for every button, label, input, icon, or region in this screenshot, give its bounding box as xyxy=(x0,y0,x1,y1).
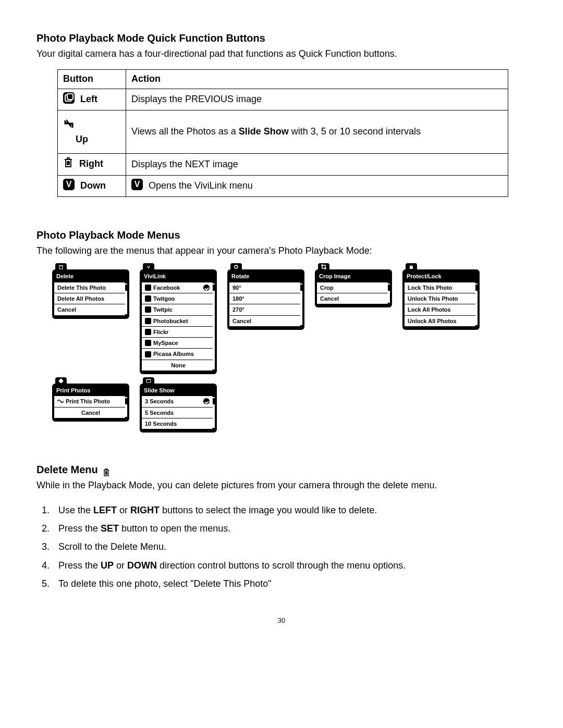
svg-text:V: V xyxy=(147,265,150,269)
step-4: Press the UP or DOWN direction control b… xyxy=(52,560,527,572)
list-item: Lock This Photo xyxy=(405,282,478,293)
menu-card-rotate: Rotate 90° 180° 270° Cancel xyxy=(227,269,304,329)
step-5: To delete this one photo, select "Delete… xyxy=(52,578,527,590)
svg-rect-16 xyxy=(146,379,151,380)
page-number: 30 xyxy=(36,616,527,625)
list-item: 180° xyxy=(229,293,302,304)
menu-card-protect: Protect/Lock Lock This Photo Unlock This… xyxy=(402,269,480,329)
button-cell-up: Up xyxy=(58,110,126,154)
list-item: Crop xyxy=(317,282,390,293)
trash-icon-small xyxy=(103,466,110,475)
section-intro-delete: While in the Playback Mode, you can dele… xyxy=(36,479,527,491)
list-item: Photobucket xyxy=(142,316,215,326)
list-item: Unlock This Photo xyxy=(405,293,478,304)
menu-card-delete: Delete Delete This Photo Delete All Phot… xyxy=(52,269,129,318)
menu-title-protect: Protect/Lock xyxy=(405,272,478,282)
delete-steps-list: Use the LEFT or RIGHT buttons to select … xyxy=(36,504,527,590)
button-right-label: Right xyxy=(79,158,103,169)
list-item: 3 Seconds xyxy=(142,396,215,406)
section-heading-menus: Photo Playback Mode Menus xyxy=(36,228,527,242)
list-item: Facebook xyxy=(142,282,215,293)
action-right: Displays the NEXT image xyxy=(126,154,508,175)
list-item: Unlock All Photos xyxy=(405,316,478,326)
trash-tab-icon xyxy=(55,263,67,270)
svg-text:V: V xyxy=(134,180,140,189)
myspace-icon xyxy=(145,340,151,346)
photobucket-icon xyxy=(145,318,151,324)
step-1: Use the LEFT or RIGHT buttons to select … xyxy=(52,504,527,516)
action-down: V Opens the ViviLink menu xyxy=(126,175,508,196)
table-header-button: Button xyxy=(58,70,126,89)
button-cell-down: V Down xyxy=(58,175,126,196)
flickr-icon xyxy=(145,329,151,335)
action-up-suffix: with 3, 5 or 10 second intervals xyxy=(289,126,421,137)
list-item: Lock All Photos xyxy=(405,304,478,315)
slideshow-icon xyxy=(63,118,75,133)
svg-rect-7 xyxy=(59,266,63,269)
trash-icon xyxy=(63,157,74,171)
menu-title-delete: Delete xyxy=(54,272,127,282)
list-item: 90° xyxy=(229,282,302,293)
check-icon xyxy=(203,398,210,404)
menu-card-slideshow: Slide Show 3 Seconds 5 Seconds 10 Second… xyxy=(140,384,217,433)
svg-text:V: V xyxy=(66,180,72,189)
step-2: Press the SET button to open the menus. xyxy=(52,523,527,535)
section-intro-menus: The following are the menus that appear … xyxy=(36,245,527,257)
list-item: 270° xyxy=(229,304,302,315)
list-item: Delete This Photo xyxy=(54,282,127,293)
action-up-prefix: Views all the Photos as a xyxy=(131,126,239,137)
action-down-text: Opens the ViviLink menu xyxy=(146,180,253,191)
section-heading-quick-functions: Photo Playback Mode Quick Function Butto… xyxy=(36,31,527,45)
list-item: 10 Seconds xyxy=(142,418,215,429)
twitgoo-icon xyxy=(145,295,151,302)
print-tab-icon xyxy=(55,377,67,385)
facebook-icon xyxy=(145,285,151,291)
list-item: Cancel xyxy=(54,304,127,315)
button-left-label: Left xyxy=(80,94,97,104)
list-item: Cancel xyxy=(54,408,127,418)
slideshow-tab-icon xyxy=(143,377,154,385)
button-cell-left: Left xyxy=(58,89,126,110)
action-left: Displays the PREVIOUS image xyxy=(126,89,508,110)
table-header-action: Action xyxy=(126,70,508,89)
list-item: Flickr xyxy=(142,327,215,337)
menu-title-vivilink: ViviLink xyxy=(142,272,215,282)
svg-rect-12 xyxy=(59,380,63,382)
list-item: None xyxy=(142,360,215,371)
svg-rect-2 xyxy=(67,94,73,100)
twitpic-icon xyxy=(145,306,151,313)
button-up-label: Up xyxy=(76,134,88,144)
svg-rect-14 xyxy=(60,382,62,383)
menu-title-slideshow: Slide Show xyxy=(142,386,215,396)
menu-card-vivilink: V ViviLink Facebook Twitgoo Twitpic Phot… xyxy=(140,269,217,374)
list-item: Picasa Albums xyxy=(142,349,215,359)
action-up: Views all the Photos as a Slide Show wit… xyxy=(126,110,508,154)
svg-rect-8 xyxy=(59,265,63,266)
list-item: Cancel xyxy=(229,316,302,326)
list-item: Twitpic xyxy=(142,304,215,315)
vivilink-v-icon: V xyxy=(63,179,75,193)
quick-function-table: Button Action Left Displays the PREVIOUS… xyxy=(57,69,508,197)
list-item: Print This Photo xyxy=(54,396,127,406)
list-item: 5 Seconds xyxy=(142,408,215,418)
rotate-tab-icon xyxy=(230,263,242,270)
vivilink-tab-icon: V xyxy=(143,263,154,270)
step-3: Scroll to the Delete Menu. xyxy=(52,541,527,553)
lock-tab-icon xyxy=(406,263,417,270)
list-item: Cancel xyxy=(317,293,390,304)
section-intro-quick-functions: Your digital camera has a four-direction… xyxy=(36,48,527,60)
previous-icon xyxy=(63,92,75,107)
check-icon xyxy=(203,285,210,291)
action-up-bold: Slide Show xyxy=(239,126,289,137)
menu-title-print: Print Photos xyxy=(54,386,127,396)
list-item: Delete All Photos xyxy=(54,293,127,304)
menu-title-rotate: Rotate xyxy=(229,272,302,282)
menu-card-print: Print Photos Print This Photo Cancel xyxy=(52,384,129,422)
section-heading-delete-menu: Delete Menu xyxy=(36,463,527,476)
menu-card-crop: Crop Image Crop Cancel xyxy=(315,269,392,307)
menu-title-crop: Crop Image xyxy=(317,272,390,282)
svg-rect-11 xyxy=(410,266,413,269)
list-item: MySpace xyxy=(142,338,215,348)
picasa-icon xyxy=(145,351,151,357)
button-cell-right: Right xyxy=(58,154,126,175)
